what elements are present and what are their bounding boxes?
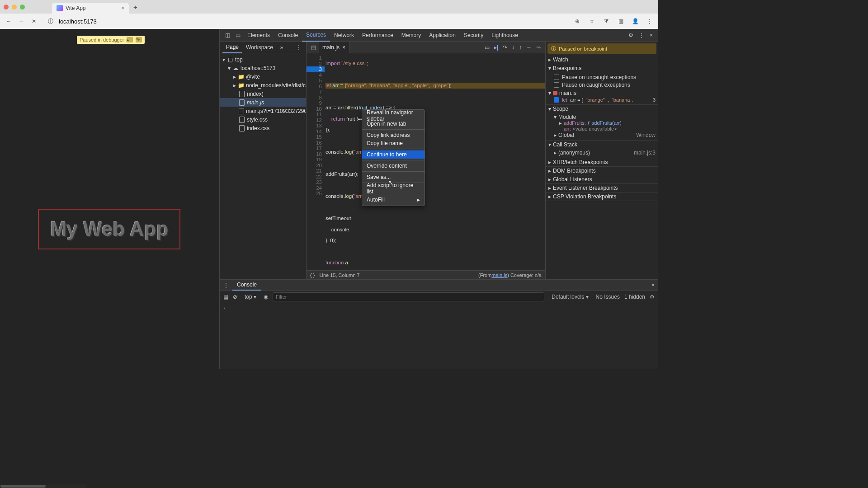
reload-button[interactable]: ✕: [30, 17, 38, 25]
tree-host[interactable]: ▾☁localhost:5173: [220, 64, 306, 72]
settings-icon[interactable]: ⚙: [626, 32, 636, 38]
step-into-icon[interactable]: ↓: [512, 44, 514, 51]
console-eye-icon[interactable]: ◉: [264, 294, 268, 300]
tab-memory[interactable]: Memory: [397, 29, 425, 42]
nav-tab-workspace[interactable]: Workspace: [242, 42, 277, 53]
console-context-select[interactable]: top ▾: [242, 293, 259, 301]
format-icon[interactable]: ▭: [485, 44, 490, 51]
breakpoint-entry[interactable]: let arr = ["orange", "banana… 3: [554, 97, 656, 103]
editor-tab-mainjs[interactable]: main.js×: [319, 42, 349, 53]
tab-elements[interactable]: Elements: [243, 29, 274, 42]
console-sidebar-icon[interactable]: ▤: [223, 294, 228, 300]
section-xhr[interactable]: ▸XHR/fetch Breakpoints: [546, 158, 658, 166]
minimize-window-button[interactable]: [12, 5, 17, 9]
zoom-icon[interactable]: ⊕: [573, 17, 581, 25]
console-hidden[interactable]: 1 hidden: [624, 294, 645, 300]
address-bar[interactable]: ⓘ: [42, 15, 359, 27]
drawer-tab-console[interactable]: Console: [232, 280, 261, 291]
new-tab-button[interactable]: +: [133, 3, 137, 11]
pause-uncaught-checkbox[interactable]: Pause on uncaught exceptions: [554, 73, 656, 81]
forward-button[interactable]: →: [17, 17, 25, 25]
url-input[interactable]: [59, 18, 356, 25]
step-icon[interactable]: →: [526, 44, 532, 51]
nav-menu-icon[interactable]: ⋮: [294, 44, 303, 51]
code-content[interactable]: import "/style.css"; let arr = ["orange"…: [326, 53, 545, 270]
nav-tab-page[interactable]: Page: [222, 42, 242, 53]
tab-application[interactable]: Application: [425, 29, 460, 42]
ctx-reveal[interactable]: Reveal in navigator sidebar: [362, 112, 425, 120]
tree-indexcss[interactable]: index.css: [220, 124, 306, 132]
tree-index[interactable]: (index): [220, 89, 306, 98]
tree-stylecss[interactable]: style.css: [220, 115, 306, 124]
site-info-icon[interactable]: ⓘ: [45, 17, 56, 26]
pause-caught-checkbox[interactable]: Pause on caught exceptions: [554, 81, 656, 89]
section-dom[interactable]: ▸DOM Breakpoints: [546, 167, 658, 175]
section-scope[interactable]: ▾Scope: [546, 105, 658, 113]
format-code-icon[interactable]: { }: [310, 272, 315, 278]
tree-top[interactable]: ▾▢top: [220, 55, 306, 64]
tree-mainjs[interactable]: main.js: [220, 98, 306, 107]
tree-vite[interactable]: ▸📁@vite: [220, 72, 306, 81]
bookmark-icon[interactable]: ☆: [588, 17, 596, 25]
source-link[interactable]: main.js: [491, 272, 507, 278]
step-over-icon[interactable]: ↷: [503, 44, 507, 51]
ctx-copy-link[interactable]: Copy link address: [362, 131, 425, 139]
tab-close-icon[interactable]: ×: [121, 5, 124, 11]
section-callstack[interactable]: ▾Call Stack: [546, 141, 658, 149]
tree-nodemodules[interactable]: ▸📁node_modules/vite/dist/c: [220, 81, 306, 89]
breakpoint-file[interactable]: ▾main.js: [548, 90, 656, 96]
ctx-save-as[interactable]: Save as...: [362, 173, 425, 181]
tab-network[interactable]: Network: [330, 29, 358, 42]
scope-addfruits[interactable]: ▸addFruits: ƒ addFruits(arr): [554, 120, 656, 126]
ctx-copy-file[interactable]: Copy file name: [362, 139, 425, 147]
close-devtools-icon[interactable]: ×: [647, 32, 656, 38]
tab-close-icon[interactable]: ×: [342, 44, 345, 51]
sidepanel-icon[interactable]: ▥: [617, 17, 625, 25]
section-listeners[interactable]: ▸Global Listeners: [546, 175, 658, 183]
menu-icon[interactable]: ⋮: [646, 17, 654, 25]
gutter[interactable]: 12 34 56 78 910 1112 1314 1516 1718 1920…: [307, 53, 326, 270]
ctx-continue-here[interactable]: Continue to here: [362, 150, 425, 159]
scope-module[interactable]: ▾Module: [554, 114, 656, 120]
device-icon[interactable]: ▭: [233, 32, 243, 38]
close-window-button[interactable]: [4, 5, 9, 9]
deactivate-bp-icon[interactable]: ⤳: [536, 44, 541, 51]
section-eventlisteners[interactable]: ▸Event Listener Breakpoints: [546, 184, 658, 192]
ctx-override[interactable]: Override content: [362, 162, 425, 170]
tab-lighthouse[interactable]: Lighthouse: [487, 29, 522, 42]
step-out-icon[interactable]: ↑: [519, 44, 522, 51]
nav-tab-more[interactable]: »: [277, 42, 287, 53]
console-filter-input[interactable]: [273, 292, 544, 301]
tab-console[interactable]: Console: [274, 29, 302, 42]
tab-performance[interactable]: Performance: [358, 29, 397, 42]
console-levels-select[interactable]: Default levels ▾: [549, 293, 591, 301]
resume-script-icon[interactable]: ▸|: [494, 44, 498, 51]
code-editor[interactable]: 12 34 56 78 910 1112 1314 1516 1718 1920…: [307, 53, 545, 270]
stack-frame-loc[interactable]: main.js:3: [634, 150, 656, 156]
console-settings-icon[interactable]: ⚙: [650, 294, 655, 300]
maximize-window-button[interactable]: [20, 5, 25, 9]
step-icon[interactable]: ↷: [136, 37, 142, 42]
back-button[interactable]: ←: [5, 17, 13, 25]
ctx-autofill[interactable]: AutoFill▸: [362, 196, 425, 204]
tab-security[interactable]: Security: [460, 29, 487, 42]
ctx-ignore[interactable]: Add script to ignore list: [362, 184, 425, 192]
profile-icon[interactable]: 👤: [631, 17, 639, 25]
more-icon[interactable]: ⋮: [636, 32, 647, 38]
scope-global[interactable]: ▸GlobalWindow: [554, 132, 656, 138]
console-body[interactable]: ›: [220, 303, 658, 369]
resume-icon[interactable]: ▸: [127, 37, 133, 42]
extensions-icon[interactable]: ⧩: [602, 17, 610, 25]
section-breakpoints[interactable]: ▾Breakpoints: [546, 64, 658, 72]
section-csp[interactable]: ▸CSP Violation Breakpoints: [546, 192, 658, 201]
section-watch[interactable]: ▸Watch: [546, 56, 658, 64]
inspect-icon[interactable]: ◫: [222, 32, 233, 38]
file-list-icon[interactable]: ▤: [308, 44, 319, 51]
console-clear-icon[interactable]: ⊘: [233, 294, 237, 300]
tree-mainjsts[interactable]: main.js?t=171093327290: [220, 107, 306, 115]
tab-sources[interactable]: Sources: [302, 29, 330, 42]
stack-frame[interactable]: (anonymous): [558, 150, 590, 156]
browser-tab[interactable]: Vite App ×: [52, 3, 129, 14]
drawer-menu-icon[interactable]: ⋮: [223, 282, 229, 288]
drawer-close-icon[interactable]: ×: [651, 282, 655, 288]
